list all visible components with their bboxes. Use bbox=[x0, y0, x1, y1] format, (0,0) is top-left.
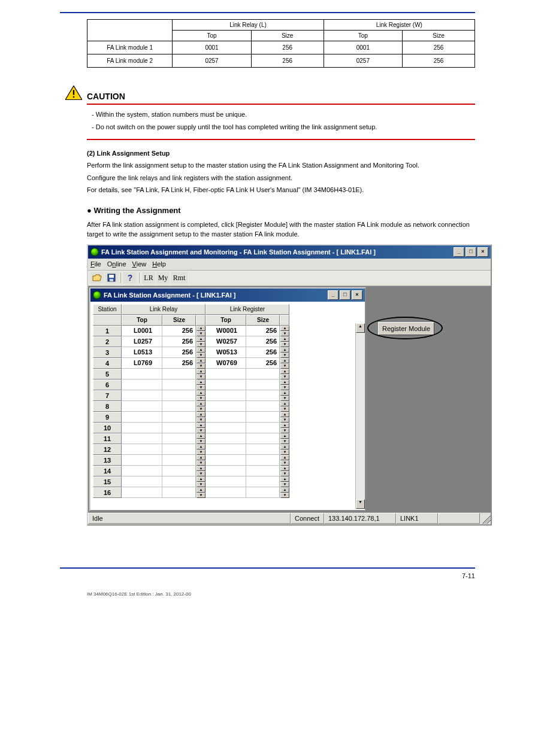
w-top-cell[interactable] bbox=[205, 433, 246, 444]
w-size-cell[interactable] bbox=[246, 466, 280, 476]
spin-down-icon[interactable]: ▼ bbox=[280, 471, 289, 476]
lr-size-cell[interactable] bbox=[162, 466, 196, 476]
spin-up-icon[interactable]: ▲ bbox=[197, 401, 205, 406]
spinner[interactable]: ▲▼ bbox=[280, 326, 289, 336]
spin-down-icon[interactable]: ▼ bbox=[197, 342, 205, 347]
lr-size-cell[interactable]: 256 bbox=[162, 336, 196, 347]
spinner[interactable]: ▲▼ bbox=[280, 444, 289, 455]
lr-top-cell[interactable] bbox=[122, 379, 162, 390]
spin-up-icon[interactable]: ▲ bbox=[280, 487, 289, 493]
lr-top-cell[interactable] bbox=[122, 455, 162, 466]
spin-up-icon[interactable]: ▲ bbox=[280, 326, 289, 331]
w-size-cell[interactable]: 256 bbox=[246, 336, 280, 347]
spin-up-icon[interactable]: ▲ bbox=[197, 347, 205, 353]
menu-help[interactable]: Help bbox=[152, 260, 166, 268]
spin-up-icon[interactable]: ▲ bbox=[280, 390, 289, 396]
spin-down-icon[interactable]: ▼ bbox=[197, 482, 205, 487]
spinner[interactable]: ▲▼ bbox=[196, 412, 205, 423]
w-size-cell[interactable] bbox=[246, 423, 280, 433]
spinner[interactable]: ▲▼ bbox=[196, 476, 205, 487]
spin-down-icon[interactable]: ▼ bbox=[197, 331, 205, 336]
register-module-button[interactable]: Register Module bbox=[378, 322, 434, 335]
spin-down-icon[interactable]: ▼ bbox=[197, 471, 205, 476]
spin-up-icon[interactable]: ▲ bbox=[197, 336, 205, 342]
w-size-cell[interactable]: 256 bbox=[246, 326, 280, 336]
spin-down-icon[interactable]: ▼ bbox=[197, 450, 205, 455]
spin-down-icon[interactable]: ▼ bbox=[280, 385, 289, 390]
spinner[interactable]: ▲▼ bbox=[196, 390, 205, 401]
w-size-cell[interactable]: 256 bbox=[246, 358, 280, 369]
spin-up-icon[interactable]: ▲ bbox=[197, 379, 205, 385]
inner-titlebar[interactable]: FA Link Station Assignment - [ LINK1.FAI… bbox=[90, 289, 365, 302]
lr-size-cell[interactable] bbox=[162, 379, 196, 390]
spin-up-icon[interactable]: ▲ bbox=[197, 455, 205, 460]
spinner[interactable]: ▲▼ bbox=[280, 390, 289, 401]
lr-size-cell[interactable]: 256 bbox=[162, 347, 196, 358]
lr-top-cell[interactable] bbox=[122, 401, 162, 412]
minimize-button[interactable]: _ bbox=[454, 247, 464, 257]
spin-up-icon[interactable]: ▲ bbox=[280, 379, 289, 385]
lr-top-cell[interactable] bbox=[122, 390, 162, 401]
spin-down-icon[interactable]: ▼ bbox=[197, 417, 205, 423]
spinner[interactable]: ▲▼ bbox=[196, 487, 205, 498]
hdr-w-size[interactable]: Size bbox=[246, 315, 280, 326]
spinner[interactable]: ▲▼ bbox=[196, 336, 205, 347]
spin-up-icon[interactable]: ▲ bbox=[197, 423, 205, 428]
lr-size-cell[interactable]: 256 bbox=[162, 358, 196, 369]
spin-down-icon[interactable]: ▼ bbox=[280, 363, 289, 369]
lr-size-cell[interactable]: 256 bbox=[162, 326, 196, 336]
spin-up-icon[interactable]: ▲ bbox=[197, 358, 205, 363]
lr-size-cell[interactable] bbox=[162, 487, 196, 498]
w-size-cell[interactable] bbox=[246, 433, 280, 444]
spinner[interactable]: ▲▼ bbox=[196, 379, 205, 390]
lr-size-cell[interactable] bbox=[162, 433, 196, 444]
save-button[interactable] bbox=[105, 272, 118, 284]
menu-online[interactable]: Online bbox=[107, 260, 126, 268]
spin-up-icon[interactable]: ▲ bbox=[197, 326, 205, 331]
spinner[interactable]: ▲▼ bbox=[280, 487, 289, 498]
w-top-cell[interactable] bbox=[205, 369, 246, 379]
spinner[interactable]: ▲▼ bbox=[196, 326, 205, 336]
w-top-cell[interactable] bbox=[205, 379, 246, 390]
spin-up-icon[interactable]: ▲ bbox=[197, 444, 205, 450]
spin-up-icon[interactable]: ▲ bbox=[280, 358, 289, 363]
hdr-station[interactable]: Station bbox=[93, 304, 122, 315]
menu-view[interactable]: View bbox=[132, 260, 147, 268]
lr-top-cell[interactable] bbox=[122, 369, 162, 379]
lr-size-cell[interactable] bbox=[162, 444, 196, 455]
w-size-cell[interactable] bbox=[246, 487, 280, 498]
spin-down-icon[interactable]: ▼ bbox=[197, 363, 205, 369]
rmt-button[interactable]: Rmt bbox=[171, 272, 188, 284]
spin-down-icon[interactable]: ▼ bbox=[280, 428, 289, 433]
spin-up-icon[interactable]: ▲ bbox=[280, 444, 289, 450]
w-size-cell[interactable] bbox=[246, 379, 280, 390]
spinner[interactable]: ▲▼ bbox=[196, 358, 205, 369]
spin-up-icon[interactable]: ▲ bbox=[197, 412, 205, 417]
spin-up-icon[interactable]: ▲ bbox=[197, 466, 205, 471]
spinner[interactable]: ▲▼ bbox=[196, 423, 205, 433]
inner-minimize-button[interactable]: _ bbox=[328, 290, 338, 300]
vertical-scrollbar[interactable]: ▲ ▼ bbox=[355, 323, 365, 509]
inner-close-button[interactable]: × bbox=[352, 290, 362, 300]
spin-up-icon[interactable]: ▲ bbox=[197, 476, 205, 482]
spin-down-icon[interactable]: ▼ bbox=[280, 417, 289, 423]
spinner[interactable]: ▲▼ bbox=[196, 347, 205, 358]
spin-up-icon[interactable]: ▲ bbox=[197, 433, 205, 439]
lr-top-cell[interactable] bbox=[122, 487, 162, 498]
spin-down-icon[interactable]: ▼ bbox=[280, 493, 289, 498]
outer-titlebar[interactable]: FA Link Station Assignment and Monitorin… bbox=[88, 245, 491, 259]
lr-top-cell[interactable] bbox=[122, 476, 162, 487]
spinner[interactable]: ▲▼ bbox=[280, 455, 289, 466]
hdr-lr-size[interactable]: Size bbox=[162, 315, 196, 326]
spin-down-icon[interactable]: ▼ bbox=[197, 493, 205, 498]
w-top-cell[interactable] bbox=[205, 390, 246, 401]
lr-top-cell[interactable] bbox=[122, 433, 162, 444]
w-top-cell[interactable] bbox=[205, 476, 246, 487]
w-size-cell[interactable]: 256 bbox=[246, 347, 280, 358]
spin-down-icon[interactable]: ▼ bbox=[280, 374, 289, 379]
spin-down-icon[interactable]: ▼ bbox=[280, 396, 289, 401]
w-size-cell[interactable] bbox=[246, 455, 280, 466]
w-top-cell[interactable]: W0001 bbox=[205, 326, 246, 336]
my-button[interactable]: My bbox=[156, 272, 170, 284]
maximize-button[interactable]: □ bbox=[466, 247, 476, 257]
